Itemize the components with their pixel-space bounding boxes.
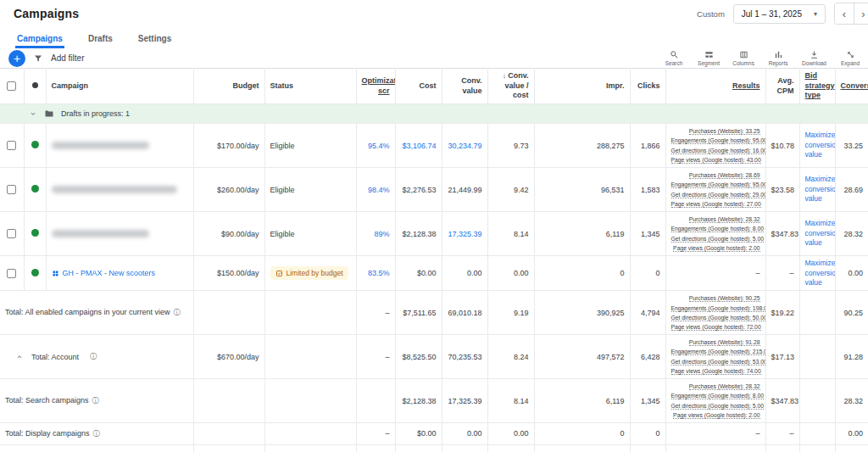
campaign-name[interactable]: GH - PMAX - New scooters: [52, 269, 188, 277]
col-clicks[interactable]: Clicks: [630, 69, 665, 104]
result-line[interactable]: Engagements (Google hosted): 198.00: [671, 305, 766, 312]
table-row: $90.00/day Eligible 89% $2,128.38 17,325…: [0, 212, 868, 256]
budget-cell[interactable]: $170.00/day: [193, 124, 264, 168]
date-range-picker[interactable]: Jul 1 – 31, 2025 ▾: [733, 4, 826, 24]
clicks-cell: 4,794: [630, 291, 665, 335]
result-line[interactable]: Page views (Google hosted): 27.00: [671, 201, 761, 208]
campaign-name[interactable]: [52, 142, 149, 149]
budget-cell[interactable]: $90.00/day: [193, 212, 264, 256]
col-results[interactable]: Results: [665, 69, 765, 104]
status-dot[interactable]: [31, 141, 39, 148]
download-tool[interactable]: Download: [802, 50, 826, 66]
result-line[interactable]: Get directions (Google hosted): 53.00: [671, 359, 766, 366]
col-conv-value-cost[interactable]: ↓Conv. value / cost: [487, 69, 534, 104]
search-tool[interactable]: Search: [663, 50, 685, 66]
result-line[interactable]: Purchases (Website): 90.25: [689, 295, 760, 302]
chevron-up-icon[interactable]: [15, 353, 24, 361]
chevron-down-icon[interactable]: [29, 109, 37, 118]
info-icon[interactable]: ⓘ: [92, 397, 99, 405]
conv-value-cost-cell: 8.14: [487, 212, 534, 256]
optimization-score[interactable]: 83.5%: [356, 256, 395, 291]
row-checkbox[interactable]: [7, 269, 16, 278]
bid-strategy-link[interactable]: Maximize conversion value: [805, 219, 836, 247]
conv-value-cost-cell: 9.19: [487, 291, 534, 335]
info-icon[interactable]: ⓘ: [90, 352, 97, 361]
add-filter-button[interactable]: Add filter: [51, 53, 84, 63]
result-line[interactable]: Get directions (Google hosted): 5.00: [671, 403, 765, 410]
info-icon[interactable]: ⓘ: [174, 309, 181, 316]
status-dot[interactable]: [31, 269, 39, 276]
col-budget[interactable]: Budget: [193, 69, 264, 104]
bid-strategy-link[interactable]: Maximize conversion value: [805, 259, 836, 287]
limited-by-budget-badge[interactable]: Limited by budget: [270, 266, 348, 280]
bid-strategy-link[interactable]: Maximize conversion value: [805, 131, 836, 159]
result-line[interactable]: Purchases (Website): 28.69: [689, 172, 760, 179]
result-line[interactable]: Engagements (Google hosted): 8.00: [671, 226, 765, 232]
optimization-score[interactable]: 95.4%: [356, 124, 395, 168]
segment-tool[interactable]: Segment: [698, 50, 720, 66]
prev-period-button[interactable]: ‹: [835, 3, 854, 24]
result-line[interactable]: Engagements (Google hosted): 215.00: [671, 349, 766, 355]
info-icon[interactable]: ⓘ: [93, 430, 100, 438]
result-line[interactable]: Get directions (Google hosted): 5.00: [671, 236, 765, 243]
add-campaign-button[interactable]: +: [8, 50, 25, 67]
result-line[interactable]: Get directions (Google hosted): 50.00: [671, 315, 766, 321]
status-dot[interactable]: [31, 185, 39, 193]
next-period-button[interactable]: ›: [854, 3, 868, 24]
select-all-checkbox[interactable]: [7, 81, 16, 91]
result-line[interactable]: Engagements (Google hosted): 95.00: [671, 181, 766, 188]
date-range-area: Custom Jul 1 – 31, 2025 ▾ ‹ ›: [697, 3, 868, 25]
col-status[interactable]: Status: [264, 69, 356, 104]
tab-campaigns[interactable]: Campaigns: [15, 34, 64, 48]
row-checkbox[interactable]: [7, 185, 16, 194]
table-header-row: Campaign Budget Status Optimizati scr Co…: [0, 69, 868, 104]
date-nav: ‹ ›: [834, 3, 868, 25]
col-optimization-score[interactable]: Optimizati scr: [356, 69, 395, 104]
result-line[interactable]: Purchases (Website): 28.32: [689, 216, 760, 223]
result-line[interactable]: Purchases (Website): 91.28: [689, 339, 760, 346]
result-line[interactable]: Get directions (Google hosted): 16.00: [671, 148, 766, 154]
col-conv-value[interactable]: Conv. value: [442, 69, 487, 104]
conversions-cell: 28.69: [835, 168, 868, 212]
tab-drafts[interactable]: Drafts: [86, 34, 114, 48]
result-line[interactable]: Page views (Google hosted): 43.00: [671, 157, 761, 164]
optimization-score[interactable]: 98.4%: [356, 168, 395, 212]
col-conversions[interactable]: Conversions: [835, 69, 868, 104]
campaign-name[interactable]: [52, 230, 149, 237]
total-label: Total: Account: [31, 353, 79, 361]
result-line[interactable]: Purchases (Website): 28.32: [689, 383, 760, 390]
expand-tool[interactable]: Expand: [839, 50, 861, 66]
optimization-score[interactable]: 89%: [356, 212, 395, 256]
row-checkbox[interactable]: [7, 229, 16, 238]
result-line[interactable]: Page views (Google hosted): 74.00: [671, 368, 761, 375]
status-dot[interactable]: [31, 229, 39, 237]
avg-cpm-cell: –: [765, 256, 799, 291]
top-bar: Campaigns Custom Jul 1 – 31, 2025 ▾ ‹ ›: [0, 0, 868, 27]
col-cost[interactable]: Cost: [395, 69, 442, 104]
col-avg-cpm[interactable]: Avg. CPM: [765, 69, 799, 104]
col-campaign[interactable]: Campaign: [46, 69, 193, 104]
budget-cell[interactable]: $260.00/day: [193, 168, 264, 212]
status-dot-header-icon[interactable]: [32, 82, 38, 88]
result-line[interactable]: Page views (Google hosted): 2.00: [673, 245, 760, 252]
result-line[interactable]: Engagements (Google hosted): 95.00: [671, 137, 766, 144]
result-line[interactable]: Purchases (Website): 33.25: [689, 128, 760, 135]
budget-cell[interactable]: $150.00/day: [193, 256, 264, 291]
tab-settings[interactable]: Settings: [136, 34, 173, 48]
campaign-name[interactable]: [52, 186, 177, 193]
result-line[interactable]: Get directions (Google hosted): 29.00: [671, 192, 766, 198]
conv-value-cell[interactable]: 17,325.39: [442, 212, 487, 256]
row-checkbox[interactable]: [7, 141, 16, 150]
reports-tool[interactable]: Reports: [767, 50, 789, 66]
drafts-in-progress[interactable]: Drafts in progress: 1: [29, 109, 868, 119]
filter-icon[interactable]: [33, 53, 43, 64]
conv-value-cell[interactable]: 30,234.79: [442, 124, 487, 168]
col-bid-strategy-type[interactable]: Bid strategy type: [799, 69, 835, 104]
cost-cell[interactable]: $3,106.74: [395, 124, 442, 168]
result-line[interactable]: Page views (Google hosted): 2.00: [673, 412, 760, 419]
result-line[interactable]: Page views (Google hosted): 72.00: [671, 324, 761, 331]
result-line[interactable]: Engagements (Google hosted): 8.00: [671, 393, 765, 399]
bid-strategy-link[interactable]: Maximize conversion value: [805, 175, 836, 203]
columns-tool[interactable]: Columns: [732, 50, 754, 66]
col-impr[interactable]: Impr.: [534, 69, 630, 104]
